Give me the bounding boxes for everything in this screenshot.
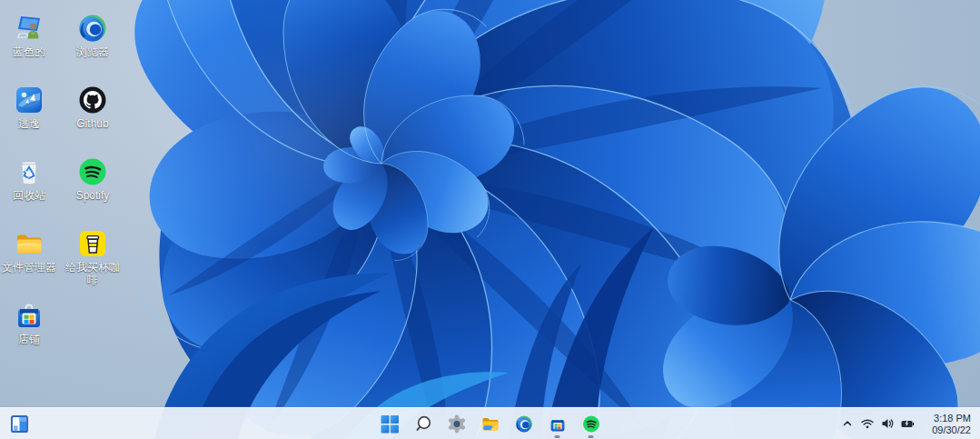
escape-app-icon [14, 85, 45, 115]
desktop-icon-file-manager[interactable]: 文件管理器 [0, 221, 58, 293]
desktop-icon-store[interactable]: 店铺 [0, 293, 58, 364]
desktop-icon-github[interactable]: Github [64, 77, 122, 149]
clock-time: 3:18 PM [932, 413, 971, 424]
file-explorer-button[interactable] [473, 408, 507, 439]
windows-logo-icon [380, 414, 399, 434]
desktop-icon-label: 给我买杯咖啡 [64, 261, 122, 286]
edge-button[interactable] [507, 408, 540, 439]
taskbar-center [372, 408, 608, 439]
volume-icon[interactable] [880, 416, 895, 431]
desktop-icon-label: Github [76, 117, 108, 130]
desktop-icon-buy-coffee[interactable]: 给我买杯咖啡 [64, 221, 122, 293]
desktop-icon-label: 文件管理器 [2, 261, 56, 274]
taskbar: 3:18 PM 09/30/22 [0, 407, 980, 439]
running-indicator [589, 435, 594, 438]
edge-icon [514, 414, 533, 434]
search-button[interactable] [406, 408, 440, 439]
buy-me-a-coffee-icon [77, 228, 108, 259]
spotify-taskbar-icon [581, 414, 600, 434]
desktop-icon-label: 逃逸 [18, 117, 40, 130]
spotify-icon [77, 156, 108, 187]
taskbar-clock[interactable]: 3:18 PM 09/30/22 [932, 413, 971, 435]
wifi-icon[interactable] [860, 416, 875, 431]
gear-icon [447, 414, 466, 434]
desktop-icon-label: 蓝色的 [13, 45, 45, 58]
desktop-icon-label: Spotify [76, 189, 110, 202]
blue-app-icon [14, 13, 45, 44]
desktop-icon-recycle-bin[interactable]: 回收站 [0, 149, 58, 221]
store-taskbar-icon [548, 414, 567, 434]
desktop-icon-label: 浏览器 [76, 45, 109, 58]
desktop-icon-spotify[interactable]: Spotify [64, 149, 122, 221]
file-explorer-icon [480, 414, 500, 434]
desktop-icon-escape[interactable]: 逃逸 [0, 77, 58, 149]
folder-icon [14, 228, 45, 259]
start-button[interactable] [372, 408, 406, 439]
desktop-icon-label: 店铺 [18, 333, 40, 345]
desktop-icon-label: 回收站 [13, 189, 45, 202]
desktop-icon-blue-app[interactable]: 蓝色的 [0, 5, 58, 77]
desktop-icons: 蓝色的 逃逸 [0, 5, 122, 364]
tray-chevron-up-icon[interactable] [840, 416, 855, 431]
github-icon [77, 85, 108, 115]
desktop: 蓝色的 逃逸 [0, 0, 980, 439]
battery-icon[interactable] [900, 416, 915, 431]
recycle-bin-icon [14, 156, 45, 187]
store-icon [14, 300, 45, 331]
store-button[interactable] [540, 408, 574, 439]
wallpaper-bloom [0, 0, 980, 439]
spotify-button[interactable] [574, 408, 608, 439]
clock-date: 09/30/22 [932, 424, 971, 436]
running-indicator [555, 435, 560, 438]
system-tray [840, 408, 915, 439]
desktop-peek-icon[interactable] [11, 415, 28, 433]
search-icon [413, 414, 432, 434]
settings-button[interactable] [440, 408, 473, 439]
desktop-icon-browser[interactable]: 浏览器 [64, 5, 122, 77]
edge-browser-icon [77, 13, 108, 44]
